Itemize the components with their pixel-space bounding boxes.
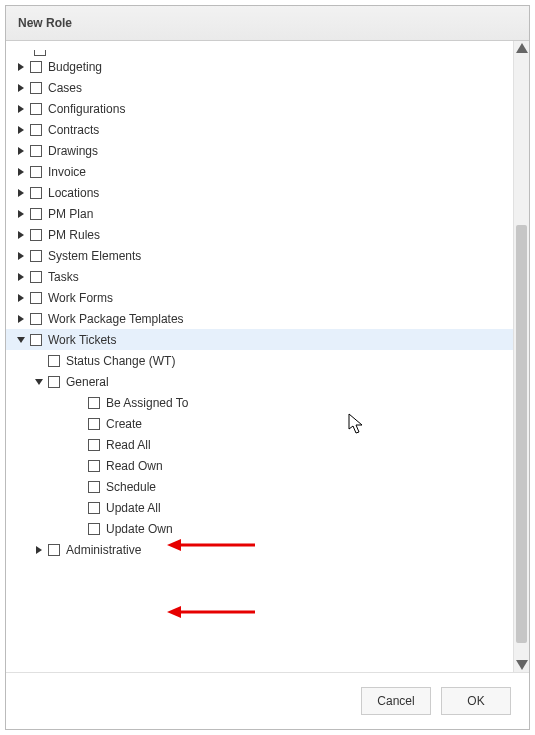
checkbox-icon[interactable] — [30, 208, 42, 220]
tree-item[interactable]: Create — [6, 413, 513, 434]
expand-icon[interactable] — [16, 83, 26, 93]
tree-item-label: General — [66, 375, 109, 389]
expand-icon[interactable] — [16, 188, 26, 198]
tree-item[interactable]: Work Package Templates — [6, 308, 513, 329]
tree-item[interactable]: Locations — [6, 182, 513, 203]
checkbox-icon[interactable] — [88, 481, 100, 493]
tree-item-label: PM Rules — [48, 228, 100, 242]
expand-icon[interactable] — [16, 146, 26, 156]
tree-item-label: Locations — [48, 186, 99, 200]
checkbox-icon[interactable] — [30, 166, 42, 178]
expand-icon[interactable] — [34, 545, 44, 555]
checkbox-icon[interactable] — [48, 544, 60, 556]
tree-item-label: Be Assigned To — [106, 396, 189, 410]
tree-item-label: Work Package Templates — [48, 312, 184, 326]
checkbox-icon[interactable] — [30, 334, 42, 346]
checkbox-icon[interactable] — [30, 313, 42, 325]
tree-item[interactable]: PM Rules — [6, 224, 513, 245]
tree-item-label: Update Own — [106, 522, 173, 536]
tree-item-label: Configurations — [48, 102, 125, 116]
checkbox-icon[interactable] — [30, 229, 42, 241]
tree-item[interactable]: Configurations — [6, 98, 513, 119]
svg-marker-7 — [18, 210, 24, 218]
expand-icon[interactable] — [16, 62, 26, 72]
collapse-icon[interactable] — [16, 335, 26, 345]
tree-item[interactable]: Read Own — [6, 455, 513, 476]
svg-marker-13 — [17, 337, 25, 343]
scroll-down-button[interactable] — [514, 656, 529, 672]
expand-icon[interactable] — [16, 125, 26, 135]
tree-item[interactable]: Administrative — [6, 539, 513, 560]
checkbox-icon[interactable] — [30, 61, 42, 73]
tree-item[interactable]: Invoice — [6, 161, 513, 182]
tree-item[interactable]: General — [6, 371, 513, 392]
tree-item[interactable]: Read All — [6, 434, 513, 455]
expand-icon[interactable] — [16, 293, 26, 303]
expand-icon[interactable] — [16, 167, 26, 177]
tree-item[interactable]: Drawings — [6, 140, 513, 161]
tree-item[interactable]: Budgeting — [6, 56, 513, 77]
svg-marker-1 — [18, 84, 24, 92]
tree-item-label: Budgeting — [48, 60, 102, 74]
ok-button[interactable]: OK — [441, 687, 511, 715]
svg-marker-2 — [18, 105, 24, 113]
scrollbar-thumb[interactable] — [516, 225, 527, 643]
tree-item[interactable]: Work Forms — [6, 287, 513, 308]
tree-item-label: Work Tickets — [48, 333, 116, 347]
tree-item[interactable]: Update Own — [6, 518, 513, 539]
svg-marker-11 — [18, 294, 24, 302]
checkbox-icon[interactable] — [88, 460, 100, 472]
checkbox-icon[interactable] — [88, 418, 100, 430]
scrollbar[interactable] — [513, 41, 529, 672]
collapse-icon[interactable] — [34, 377, 44, 387]
svg-marker-0 — [18, 63, 24, 71]
checkbox-icon[interactable] — [30, 271, 42, 283]
new-role-dialog: New Role BudgetingCasesConfigurationsCon… — [5, 5, 530, 730]
checkbox-icon[interactable] — [30, 145, 42, 157]
tree-item[interactable]: Status Change (WT) — [6, 350, 513, 371]
checkbox-icon[interactable] — [88, 502, 100, 514]
checkbox-icon[interactable] — [30, 187, 42, 199]
tree-item[interactable]: PM Plan — [6, 203, 513, 224]
tree-item-partial[interactable] — [6, 47, 513, 56]
svg-marker-9 — [18, 252, 24, 260]
checkbox-icon[interactable] — [88, 397, 100, 409]
expand-icon[interactable] — [16, 230, 26, 240]
checkbox-icon[interactable] — [88, 523, 100, 535]
scroll-up-button[interactable] — [514, 41, 529, 57]
checkbox-icon[interactable] — [48, 376, 60, 388]
expand-icon[interactable] — [16, 272, 26, 282]
tree-item[interactable]: Work Tickets — [6, 329, 513, 350]
checkbox-icon[interactable] — [34, 50, 46, 56]
tree-item[interactable]: Cases — [6, 77, 513, 98]
svg-marker-5 — [18, 168, 24, 176]
tree-item-label: Read Own — [106, 459, 163, 473]
dialog-title: New Role — [6, 6, 529, 41]
checkbox-icon[interactable] — [30, 250, 42, 262]
tree-item[interactable]: System Elements — [6, 245, 513, 266]
tree-item[interactable]: Tasks — [6, 266, 513, 287]
checkbox-icon[interactable] — [30, 103, 42, 115]
tree-item[interactable]: Contracts — [6, 119, 513, 140]
checkbox-icon[interactable] — [88, 439, 100, 451]
checkbox-icon[interactable] — [48, 355, 60, 367]
tree-item[interactable]: Update All — [6, 497, 513, 518]
tree-item-label: Cases — [48, 81, 82, 95]
svg-marker-4 — [18, 147, 24, 155]
permission-tree: BudgetingCasesConfigurationsContractsDra… — [6, 41, 513, 672]
svg-marker-17 — [516, 660, 528, 670]
tree-item-label: Work Forms — [48, 291, 113, 305]
checkbox-icon[interactable] — [30, 124, 42, 136]
tree-item[interactable]: Schedule — [6, 476, 513, 497]
expand-icon[interactable] — [16, 209, 26, 219]
tree-item-label: Update All — [106, 501, 161, 515]
expand-icon[interactable] — [16, 251, 26, 261]
cancel-button[interactable]: Cancel — [361, 687, 431, 715]
tree-item-label: Status Change (WT) — [66, 354, 175, 368]
svg-marker-12 — [18, 315, 24, 323]
expand-icon[interactable] — [16, 314, 26, 324]
checkbox-icon[interactable] — [30, 292, 42, 304]
tree-item[interactable]: Be Assigned To — [6, 392, 513, 413]
checkbox-icon[interactable] — [30, 82, 42, 94]
expand-icon[interactable] — [16, 104, 26, 114]
